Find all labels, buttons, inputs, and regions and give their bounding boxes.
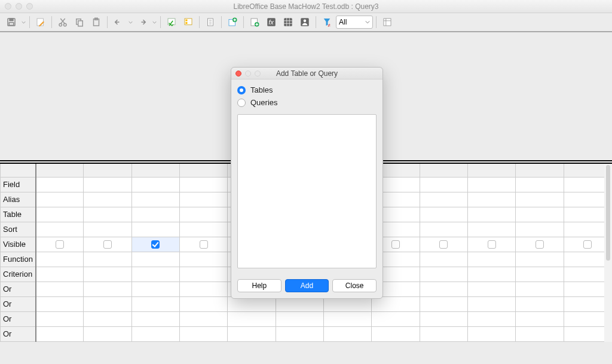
grid-cell[interactable] xyxy=(36,192,84,207)
visible-checkbox[interactable] xyxy=(439,240,448,249)
grid-cell[interactable] xyxy=(420,222,467,237)
visible-checkbox[interactable] xyxy=(103,240,112,249)
edit-button[interactable] xyxy=(33,14,48,30)
grid-cell[interactable] xyxy=(323,311,371,326)
grid-cell[interactable] xyxy=(467,222,515,237)
grid-cell[interactable] xyxy=(84,296,131,311)
grid-cell[interactable] xyxy=(179,282,227,296)
save-dropdown[interactable] xyxy=(20,14,26,30)
grid-cell[interactable] xyxy=(420,311,467,326)
dialog-close-icon[interactable] xyxy=(235,71,241,77)
grid-cell[interactable] xyxy=(36,237,84,252)
grid-cell[interactable] xyxy=(84,177,131,192)
new-query-button[interactable] xyxy=(247,14,262,30)
grid-cell[interactable] xyxy=(372,311,420,326)
table-listbox[interactable] xyxy=(237,114,377,268)
radio-queries[interactable]: Queries xyxy=(237,98,377,107)
grid-cell[interactable] xyxy=(467,207,515,222)
grid-cell[interactable] xyxy=(179,252,227,267)
grid-cell[interactable] xyxy=(179,267,227,282)
help-button[interactable]: Help xyxy=(237,279,281,292)
grid-cell[interactable] xyxy=(36,296,84,311)
grid-cell[interactable] xyxy=(516,192,564,207)
grid-cell[interactable] xyxy=(84,207,131,222)
column-header[interactable] xyxy=(131,164,179,177)
row-header[interactable]: Or xyxy=(1,311,36,326)
grid-cell[interactable] xyxy=(36,326,84,341)
save-button[interactable] xyxy=(4,14,19,30)
radio-tables[interactable]: Tables xyxy=(237,85,377,94)
close-button[interactable]: Close xyxy=(332,279,377,292)
grid-cell[interactable] xyxy=(420,192,467,207)
grid-cell[interactable] xyxy=(516,326,564,341)
grid-cell[interactable] xyxy=(323,326,371,341)
visible-checkbox[interactable] xyxy=(536,240,544,249)
grid-cell[interactable] xyxy=(179,222,227,237)
column-header[interactable] xyxy=(467,164,515,177)
grid-cell[interactable] xyxy=(131,282,179,296)
window-minimize-icon[interactable] xyxy=(16,3,22,10)
grid-cell[interactable] xyxy=(131,222,179,237)
grid-cell[interactable] xyxy=(84,282,131,296)
column-header[interactable] xyxy=(420,164,467,177)
grid-cell[interactable] xyxy=(516,311,564,326)
grid-cell[interactable] xyxy=(467,177,515,192)
row-header[interactable]: Field xyxy=(1,177,36,192)
visible-checkbox[interactable] xyxy=(488,240,496,249)
undo-dropdown[interactable] xyxy=(127,14,133,30)
row-header[interactable]: Sort xyxy=(1,222,36,237)
column-header[interactable] xyxy=(179,164,227,177)
visible-checkbox[interactable] xyxy=(151,240,160,249)
grid-cell[interactable] xyxy=(84,222,131,237)
grid-cell[interactable] xyxy=(36,207,84,222)
column-header[interactable] xyxy=(516,164,564,177)
grid-cell[interactable] xyxy=(516,252,564,267)
grid-cell[interactable] xyxy=(84,326,131,341)
grid-cell[interactable] xyxy=(467,237,515,252)
visible-checkbox[interactable] xyxy=(583,240,592,249)
query-properties-button[interactable] xyxy=(380,14,395,30)
row-header[interactable]: Or xyxy=(1,326,36,341)
grid-cell[interactable] xyxy=(179,311,227,326)
grid-cell[interactable] xyxy=(131,177,179,192)
grid-cell[interactable] xyxy=(516,222,564,237)
grid-cell[interactable] xyxy=(420,237,467,252)
undo-button[interactable] xyxy=(111,14,126,30)
grid-cell[interactable] xyxy=(179,177,227,192)
visible-checkbox[interactable] xyxy=(391,240,400,249)
grid-cell[interactable] xyxy=(84,252,131,267)
grid-cell[interactable] xyxy=(420,326,467,341)
grid-cell[interactable] xyxy=(131,326,179,341)
grid-cell[interactable] xyxy=(36,267,84,282)
grid-cell[interactable] xyxy=(276,311,323,326)
grid-cell[interactable] xyxy=(36,252,84,267)
grid-cell[interactable] xyxy=(179,296,227,311)
grid-cell[interactable] xyxy=(420,267,467,282)
grid-cell[interactable] xyxy=(84,311,131,326)
grid-cell[interactable] xyxy=(516,237,564,252)
grid-cell[interactable] xyxy=(467,296,515,311)
grid-cell[interactable] xyxy=(276,326,323,341)
grid-cell[interactable] xyxy=(372,326,420,341)
grid-cell[interactable] xyxy=(467,267,515,282)
grid-cell[interactable] xyxy=(516,177,564,192)
add-table-button[interactable] xyxy=(225,14,240,30)
visible-checkbox[interactable] xyxy=(200,240,208,249)
alias-button[interactable] xyxy=(297,14,313,30)
redo-button[interactable] xyxy=(134,14,150,30)
cut-button[interactable] xyxy=(55,14,71,30)
grid-cell[interactable] xyxy=(228,311,276,326)
column-header[interactable] xyxy=(84,164,131,177)
grid-cell[interactable] xyxy=(467,192,515,207)
tables-button[interactable] xyxy=(280,14,296,30)
grid-cell[interactable] xyxy=(131,296,179,311)
grid-cell[interactable] xyxy=(516,207,564,222)
paste-button[interactable] xyxy=(88,14,104,30)
grid-cell[interactable] xyxy=(516,296,564,311)
grid-cell[interactable] xyxy=(516,267,564,282)
grid-cell[interactable] xyxy=(179,207,227,222)
grid-cell[interactable] xyxy=(131,192,179,207)
distinct-values-button[interactable]: ≠ xyxy=(319,14,335,30)
grid-cell[interactable] xyxy=(179,192,227,207)
column-header[interactable] xyxy=(36,164,84,177)
